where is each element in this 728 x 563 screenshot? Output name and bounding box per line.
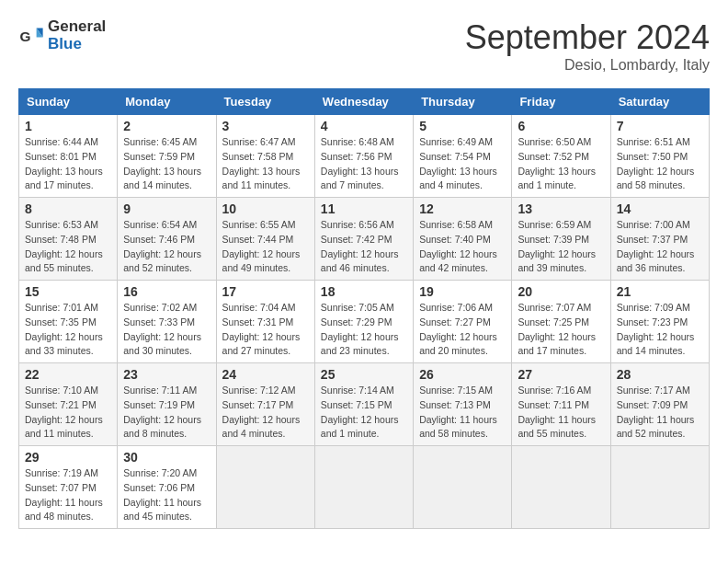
calendar-cell: 18 Sunrise: 7:05 AM Sunset: 7:29 PM Dayl… <box>314 281 413 363</box>
calendar-cell: 1 Sunrise: 6:44 AM Sunset: 8:01 PM Dayli… <box>19 115 118 198</box>
column-header-wednesday: Wednesday <box>314 89 413 115</box>
calendar-week-2: 8 Sunrise: 6:53 AM Sunset: 7:48 PM Dayli… <box>19 198 710 281</box>
day-info: Sunrise: 7:17 AM Sunset: 7:09 PM Dayligh… <box>617 384 703 442</box>
calendar-cell: 4 Sunrise: 6:48 AM Sunset: 7:56 PM Dayli… <box>314 115 413 198</box>
calendar-cell: 5 Sunrise: 6:49 AM Sunset: 7:54 PM Dayli… <box>414 115 512 198</box>
day-number: 20 <box>518 284 604 299</box>
day-info: Sunrise: 7:16 AM Sunset: 7:11 PM Dayligh… <box>518 384 604 442</box>
day-number: 10 <box>222 201 309 216</box>
day-info: Sunrise: 6:48 AM Sunset: 7:56 PM Dayligh… <box>321 135 407 193</box>
day-info: Sunrise: 7:01 AM Sunset: 7:35 PM Dayligh… <box>25 301 111 359</box>
day-number: 30 <box>123 450 210 465</box>
day-number: 6 <box>518 119 604 133</box>
calendar-cell: 14 Sunrise: 7:00 AM Sunset: 7:37 PM Dayl… <box>610 198 709 281</box>
day-number: 16 <box>123 284 210 299</box>
day-number: 24 <box>222 367 309 382</box>
logo-icon: G <box>18 23 44 49</box>
calendar-cell: 21 Sunrise: 7:09 AM Sunset: 7:23 PM Dayl… <box>610 281 709 363</box>
calendar-cell <box>216 446 314 529</box>
calendar-cell: 15 Sunrise: 7:01 AM Sunset: 7:35 PM Dayl… <box>19 281 118 363</box>
day-info: Sunrise: 7:07 AM Sunset: 7:25 PM Dayligh… <box>518 301 604 359</box>
calendar-cell: 24 Sunrise: 7:12 AM Sunset: 7:17 PM Dayl… <box>216 363 314 446</box>
column-header-saturday: Saturday <box>610 89 709 115</box>
calendar-cell: 25 Sunrise: 7:14 AM Sunset: 7:15 PM Dayl… <box>314 363 413 446</box>
day-info: Sunrise: 6:44 AM Sunset: 8:01 PM Dayligh… <box>25 135 111 193</box>
day-info: Sunrise: 7:00 AM Sunset: 7:37 PM Dayligh… <box>617 218 703 276</box>
calendar-cell: 16 Sunrise: 7:02 AM Sunset: 7:33 PM Dayl… <box>118 281 216 363</box>
calendar-cell: 8 Sunrise: 6:53 AM Sunset: 7:48 PM Dayli… <box>19 198 118 281</box>
logo-blue: Blue <box>48 36 106 53</box>
calendar-cell: 29 Sunrise: 7:19 AM Sunset: 7:07 PM Dayl… <box>19 446 118 529</box>
day-info: Sunrise: 6:56 AM Sunset: 7:42 PM Dayligh… <box>321 218 407 276</box>
calendar-week-3: 15 Sunrise: 7:01 AM Sunset: 7:35 PM Dayl… <box>19 281 710 363</box>
day-info: Sunrise: 7:04 AM Sunset: 7:31 PM Dayligh… <box>222 301 309 359</box>
day-info: Sunrise: 6:49 AM Sunset: 7:54 PM Dayligh… <box>419 135 506 193</box>
calendar-cell: 20 Sunrise: 7:07 AM Sunset: 7:25 PM Dayl… <box>512 281 610 363</box>
title-section: September 2024 Desio, Lombardy, Italy <box>465 18 710 74</box>
column-header-monday: Monday <box>118 89 216 115</box>
calendar-cell <box>414 446 512 529</box>
calendar-table: SundayMondayTuesdayWednesdayThursdayFrid… <box>18 88 710 529</box>
calendar-cell: 11 Sunrise: 6:56 AM Sunset: 7:42 PM Dayl… <box>314 198 413 281</box>
column-header-friday: Friday <box>512 89 610 115</box>
day-number: 15 <box>25 284 111 299</box>
calendar-cell: 13 Sunrise: 6:59 AM Sunset: 7:39 PM Dayl… <box>512 198 610 281</box>
day-number: 21 <box>617 284 703 299</box>
day-info: Sunrise: 7:06 AM Sunset: 7:27 PM Dayligh… <box>419 301 506 359</box>
calendar-cell: 6 Sunrise: 6:50 AM Sunset: 7:52 PM Dayli… <box>512 115 610 198</box>
day-number: 18 <box>321 284 407 299</box>
calendar-cell: 2 Sunrise: 6:45 AM Sunset: 7:59 PM Dayli… <box>118 115 216 198</box>
day-info: Sunrise: 7:05 AM Sunset: 7:29 PM Dayligh… <box>321 301 407 359</box>
calendar-cell <box>314 446 413 529</box>
logo: G General Blue <box>18 18 106 52</box>
day-number: 27 <box>518 367 604 382</box>
day-info: Sunrise: 7:11 AM Sunset: 7:19 PM Dayligh… <box>123 384 210 442</box>
logo-general: General <box>48 18 106 36</box>
calendar-cell: 27 Sunrise: 7:16 AM Sunset: 7:11 PM Dayl… <box>512 363 610 446</box>
day-info: Sunrise: 6:45 AM Sunset: 7:59 PM Dayligh… <box>123 135 210 193</box>
day-info: Sunrise: 7:09 AM Sunset: 7:23 PM Dayligh… <box>617 301 703 359</box>
calendar-cell: 22 Sunrise: 7:10 AM Sunset: 7:21 PM Dayl… <box>19 363 118 446</box>
calendar-week-4: 22 Sunrise: 7:10 AM Sunset: 7:21 PM Dayl… <box>19 363 710 446</box>
day-number: 28 <box>617 367 703 382</box>
day-info: Sunrise: 7:14 AM Sunset: 7:15 PM Dayligh… <box>321 384 407 442</box>
calendar-week-5: 29 Sunrise: 7:19 AM Sunset: 7:07 PM Dayl… <box>19 446 710 529</box>
day-number: 25 <box>321 367 407 382</box>
calendar-cell: 3 Sunrise: 6:47 AM Sunset: 7:58 PM Dayli… <box>216 115 314 198</box>
day-number: 9 <box>123 201 210 216</box>
day-info: Sunrise: 7:19 AM Sunset: 7:07 PM Dayligh… <box>25 466 111 524</box>
location-subtitle: Desio, Lombardy, Italy <box>465 57 710 74</box>
day-number: 3 <box>222 119 309 133</box>
day-info: Sunrise: 7:10 AM Sunset: 7:21 PM Dayligh… <box>25 384 111 442</box>
day-info: Sunrise: 6:51 AM Sunset: 7:50 PM Dayligh… <box>617 135 703 193</box>
day-number: 2 <box>123 119 210 133</box>
day-info: Sunrise: 6:55 AM Sunset: 7:44 PM Dayligh… <box>222 218 309 276</box>
day-number: 4 <box>321 119 407 133</box>
day-number: 11 <box>321 201 407 216</box>
day-info: Sunrise: 6:54 AM Sunset: 7:46 PM Dayligh… <box>123 218 210 276</box>
logo-text: General Blue <box>48 18 106 52</box>
calendar-week-1: 1 Sunrise: 6:44 AM Sunset: 8:01 PM Dayli… <box>19 115 710 198</box>
calendar-cell: 19 Sunrise: 7:06 AM Sunset: 7:27 PM Dayl… <box>414 281 512 363</box>
day-info: Sunrise: 6:59 AM Sunset: 7:39 PM Dayligh… <box>518 218 604 276</box>
day-info: Sunrise: 7:15 AM Sunset: 7:13 PM Dayligh… <box>419 384 506 442</box>
calendar-cell: 10 Sunrise: 6:55 AM Sunset: 7:44 PM Dayl… <box>216 198 314 281</box>
day-info: Sunrise: 7:12 AM Sunset: 7:17 PM Dayligh… <box>222 384 309 442</box>
calendar-cell <box>610 446 709 529</box>
day-info: Sunrise: 6:47 AM Sunset: 7:58 PM Dayligh… <box>222 135 309 193</box>
day-number: 1 <box>25 119 111 133</box>
day-info: Sunrise: 6:58 AM Sunset: 7:40 PM Dayligh… <box>419 218 506 276</box>
day-number: 5 <box>419 119 506 133</box>
calendar-cell: 12 Sunrise: 6:58 AM Sunset: 7:40 PM Dayl… <box>414 198 512 281</box>
day-number: 26 <box>419 367 506 382</box>
day-number: 13 <box>518 201 604 216</box>
day-number: 7 <box>617 119 703 133</box>
day-number: 17 <box>222 284 309 299</box>
day-number: 14 <box>617 201 703 216</box>
calendar-cell: 7 Sunrise: 6:51 AM Sunset: 7:50 PM Dayli… <box>610 115 709 198</box>
day-number: 22 <box>25 367 111 382</box>
day-number: 19 <box>419 284 506 299</box>
calendar-cell: 26 Sunrise: 7:15 AM Sunset: 7:13 PM Dayl… <box>414 363 512 446</box>
column-header-sunday: Sunday <box>19 89 118 115</box>
day-number: 12 <box>419 201 506 216</box>
